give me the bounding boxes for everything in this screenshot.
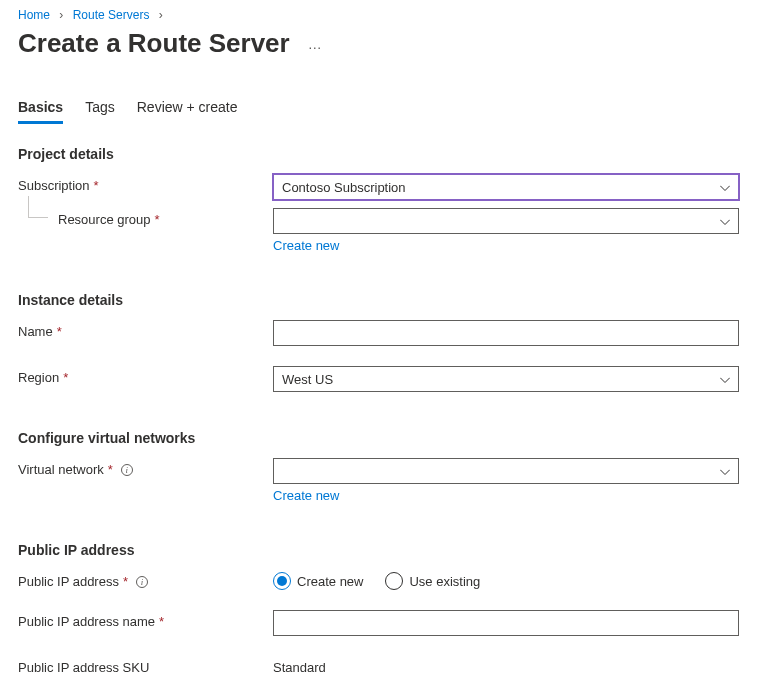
- create-new-resource-group-link[interactable]: Create new: [273, 238, 339, 253]
- chevron-right-icon: ›: [59, 8, 63, 22]
- tabs: Basics Tags Review + create: [18, 99, 739, 124]
- subscription-dropdown[interactable]: Contoso Subscription: [273, 174, 739, 200]
- public-ip-radio-group: Create new Use existing: [273, 570, 739, 590]
- virtual-network-dropdown[interactable]: [273, 458, 739, 484]
- public-ip-name-input[interactable]: [273, 610, 739, 636]
- tab-review-create[interactable]: Review + create: [137, 99, 238, 124]
- breadcrumb-route-servers[interactable]: Route Servers: [73, 8, 150, 22]
- page-title: Create a Route Server: [18, 28, 290, 59]
- label-public-ip-sku: Public IP address SKU: [18, 656, 273, 675]
- label-public-ip-address: Public IP address* i: [18, 570, 273, 589]
- radio-icon: [385, 572, 403, 590]
- info-icon[interactable]: i: [136, 576, 148, 588]
- tree-connector-icon: [28, 196, 48, 218]
- breadcrumb-home[interactable]: Home: [18, 8, 50, 22]
- chevron-right-icon: ›: [159, 8, 163, 22]
- chevron-down-icon: [720, 180, 730, 195]
- section-public-ip: Public IP address: [18, 542, 739, 558]
- section-configure-vnet: Configure virtual networks: [18, 430, 739, 446]
- resource-group-dropdown[interactable]: [273, 208, 739, 234]
- breadcrumb: Home › Route Servers ›: [18, 8, 739, 22]
- label-virtual-network: Virtual network* i: [18, 458, 273, 477]
- label-subscription: Subscription*: [18, 174, 273, 193]
- label-public-ip-name: Public IP address name*: [18, 610, 273, 629]
- section-instance-details: Instance details: [18, 292, 739, 308]
- radio-use-existing[interactable]: Use existing: [385, 572, 480, 590]
- chevron-down-icon: [720, 372, 730, 387]
- tab-basics[interactable]: Basics: [18, 99, 63, 124]
- chevron-down-icon: [720, 464, 730, 479]
- chevron-down-icon: [720, 214, 730, 229]
- create-new-vnet-link[interactable]: Create new: [273, 488, 339, 503]
- public-ip-sku-value: Standard: [273, 656, 739, 675]
- name-input[interactable]: [273, 320, 739, 346]
- more-actions-button[interactable]: …: [308, 36, 324, 52]
- section-project-details: Project details: [18, 146, 739, 162]
- tab-tags[interactable]: Tags: [85, 99, 115, 124]
- region-dropdown[interactable]: West US: [273, 366, 739, 392]
- radio-create-new[interactable]: Create new: [273, 572, 363, 590]
- label-region: Region*: [18, 366, 273, 385]
- info-icon[interactable]: i: [121, 464, 133, 476]
- label-resource-group: Resource group*: [18, 208, 273, 227]
- label-name: Name*: [18, 320, 273, 339]
- radio-icon: [273, 572, 291, 590]
